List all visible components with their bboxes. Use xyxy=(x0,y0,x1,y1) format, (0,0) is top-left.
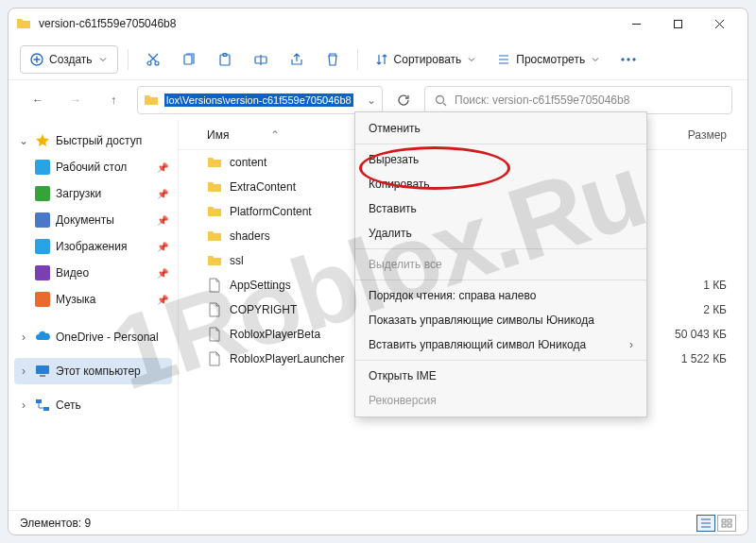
svg-rect-19 xyxy=(728,524,731,527)
sort-button[interactable]: Сортировать xyxy=(368,45,485,74)
svg-point-11 xyxy=(437,95,444,103)
titlebar: version-c61f559e705046b8 xyxy=(9,8,747,39)
nav-quick-access[interactable]: ⌄ Быстрый доступ xyxy=(14,127,172,154)
address-text: lox\Versions\version-c61f559e705046b8 xyxy=(164,93,353,107)
svg-point-8 xyxy=(622,58,624,59)
chevron-right-icon: › xyxy=(18,399,29,412)
folder-icon xyxy=(207,179,222,195)
search-icon xyxy=(435,94,447,107)
close-button[interactable] xyxy=(698,8,740,39)
svg-rect-13 xyxy=(40,375,45,377)
chevron-right-icon: › xyxy=(18,365,29,378)
context-menu: Отменить Вырезать Копировать Вставить Уд… xyxy=(354,111,647,417)
nav-pane: ⌄ Быстрый доступ Рабочий стол📌Загрузки📌Д… xyxy=(9,120,179,510)
svg-point-3 xyxy=(155,61,159,65)
nav-onedrive[interactable]: › OneDrive - Personal xyxy=(14,324,172,350)
star-icon xyxy=(35,133,50,148)
ctx-rtl[interactable]: Порядок чтения: справа налево xyxy=(355,283,646,308)
ctx-select-all: Выделить все xyxy=(355,252,646,277)
svg-rect-17 xyxy=(728,519,731,522)
details-view-button[interactable] xyxy=(696,515,715,532)
file-icon xyxy=(207,327,222,342)
pin-icon: 📌 xyxy=(157,268,168,279)
more-button[interactable] xyxy=(613,45,644,74)
pin-icon: 📌 xyxy=(157,242,168,252)
cloud-icon xyxy=(35,330,50,345)
folder-icon xyxy=(16,16,31,31)
pin-icon: 📌 xyxy=(157,189,168,199)
nav-item[interactable]: Документы📌 xyxy=(14,207,172,233)
delete-button[interactable] xyxy=(318,45,348,74)
chevron-down-icon xyxy=(467,55,476,64)
address-bar[interactable]: lox\Versions\version-c61f559e705046b8 ⌄ xyxy=(137,86,383,114)
ctx-delete[interactable]: Удалить xyxy=(355,221,646,246)
status-bar: Элементов: 9 xyxy=(9,510,747,535)
svg-rect-4 xyxy=(184,55,192,64)
svg-rect-12 xyxy=(36,365,49,374)
folder-icon xyxy=(207,253,222,268)
ctx-copy[interactable]: Копировать xyxy=(355,172,646,196)
nav-item[interactable]: Рабочий стол📌 xyxy=(14,154,172,180)
chevron-down-icon xyxy=(591,55,600,64)
search-box[interactable]: Поиск: version-c61f559e705046b8 xyxy=(424,86,732,114)
svg-rect-0 xyxy=(674,20,681,27)
chevron-down-icon[interactable]: ⌄ xyxy=(367,93,376,107)
ctx-cut[interactable]: Вырезать xyxy=(355,147,646,172)
ctx-open-ime[interactable]: Открыть IME xyxy=(355,364,646,388)
icons-view-button[interactable] xyxy=(717,515,736,532)
svg-rect-18 xyxy=(722,524,726,527)
network-icon xyxy=(35,398,50,413)
nav-this-pc[interactable]: › Этот компьютер xyxy=(14,358,172,384)
nav-network[interactable]: › Сеть xyxy=(14,392,172,418)
svg-point-9 xyxy=(627,58,629,59)
refresh-button[interactable] xyxy=(392,86,415,114)
back-button[interactable]: ← xyxy=(24,86,52,114)
pin-icon: 📌 xyxy=(157,295,168,305)
paste-button[interactable] xyxy=(210,45,240,74)
rename-button[interactable] xyxy=(246,45,276,74)
file-icon xyxy=(207,351,222,366)
monitor-icon xyxy=(35,364,50,379)
ctx-undo[interactable]: Отменить xyxy=(355,116,646,141)
up-button[interactable]: ↑ xyxy=(99,86,128,114)
svg-point-2 xyxy=(147,61,151,65)
maximize-button[interactable] xyxy=(657,8,698,39)
command-bar: Создать Сортировать Просмотреть xyxy=(9,39,747,80)
new-button[interactable]: Создать xyxy=(20,45,118,74)
chevron-down-icon: ⌄ xyxy=(18,134,29,147)
ctx-insert-unicode[interactable]: Вставить управляющий символ Юникода› xyxy=(355,332,646,357)
folder-icon xyxy=(207,229,222,244)
ctx-paste[interactable]: Вставить xyxy=(355,196,646,221)
svg-rect-14 xyxy=(36,399,42,403)
nav-item[interactable]: Загрузки📌 xyxy=(14,180,172,207)
chevron-right-icon: › xyxy=(18,331,29,344)
folder-icon xyxy=(207,204,222,219)
nav-item[interactable]: Музыка📌 xyxy=(14,286,172,313)
search-placeholder: Поиск: version-c61f559e705046b8 xyxy=(455,93,629,107)
share-button[interactable] xyxy=(282,45,312,74)
pin-icon: 📌 xyxy=(157,162,168,173)
ctx-reconversion: Реконверсия xyxy=(355,388,646,413)
file-icon xyxy=(207,278,222,293)
item-count: Элементов: 9 xyxy=(20,517,91,530)
chevron-right-icon: › xyxy=(629,338,633,351)
file-icon xyxy=(207,302,222,317)
svg-rect-16 xyxy=(722,519,726,522)
folder-icon xyxy=(144,93,159,108)
folder-icon xyxy=(207,155,222,170)
forward-button[interactable]: → xyxy=(61,86,90,114)
window-title: version-c61f559e705046b8 xyxy=(39,17,176,30)
nav-item[interactable]: Изображения📌 xyxy=(14,233,172,260)
cut-button[interactable] xyxy=(138,45,168,74)
minimize-button[interactable] xyxy=(615,8,657,39)
chevron-down-icon xyxy=(98,55,108,64)
view-button[interactable]: Просмотреть xyxy=(490,45,608,74)
pin-icon: 📌 xyxy=(157,215,168,226)
svg-point-10 xyxy=(633,58,635,59)
ctx-show-unicode[interactable]: Показать управляющие символы Юникода xyxy=(355,308,646,332)
copy-button[interactable] xyxy=(174,45,204,74)
nav-item[interactable]: Видео📌 xyxy=(14,260,172,286)
